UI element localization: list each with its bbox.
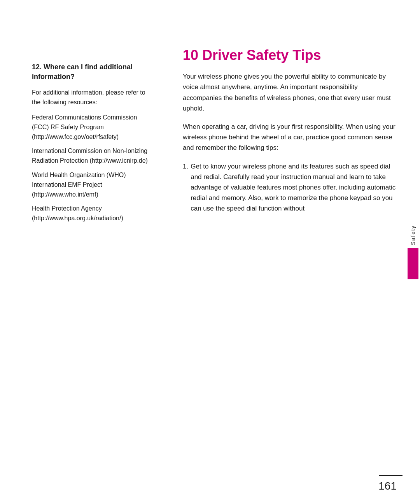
paragraph1: Your wireless phone gives you the powerf… bbox=[183, 71, 397, 114]
tip1-number: 1. bbox=[183, 161, 188, 214]
section-title: 10 Driver Safety Tips bbox=[183, 47, 397, 63]
page-number: 161 bbox=[378, 480, 397, 492]
left-column: 12. Where can I find additional informat… bbox=[0, 0, 167, 504]
tip-1: 1. Get to know your wireless phone and i… bbox=[183, 161, 397, 214]
page-container: 12. Where can I find additional informat… bbox=[0, 0, 420, 504]
paragraph2: When operating a car, driving is your fi… bbox=[183, 121, 397, 153]
side-tab: Safety bbox=[406, 225, 420, 279]
resource-fcc: Federal Communications Commission (FCC) … bbox=[32, 113, 152, 142]
right-column: 10 Driver Safety Tips Your wireless phon… bbox=[167, 0, 420, 504]
side-tab-bar bbox=[408, 248, 418, 279]
intro-text: For additional information, please refer… bbox=[32, 88, 152, 107]
question-heading: 12. Where can I find additional informat… bbox=[32, 62, 152, 82]
side-tab-label: Safety bbox=[410, 225, 416, 245]
resource-icnirp: International Commission on Non-Ionizing… bbox=[32, 146, 152, 166]
resource-hpa: Health Protection Agency (http://www.hpa… bbox=[32, 204, 152, 223]
page-divider bbox=[379, 475, 402, 476]
tip1-text: Get to know your wireless phone and its … bbox=[191, 161, 397, 214]
resource-who: World Health Organization (WHO) Internat… bbox=[32, 170, 152, 199]
